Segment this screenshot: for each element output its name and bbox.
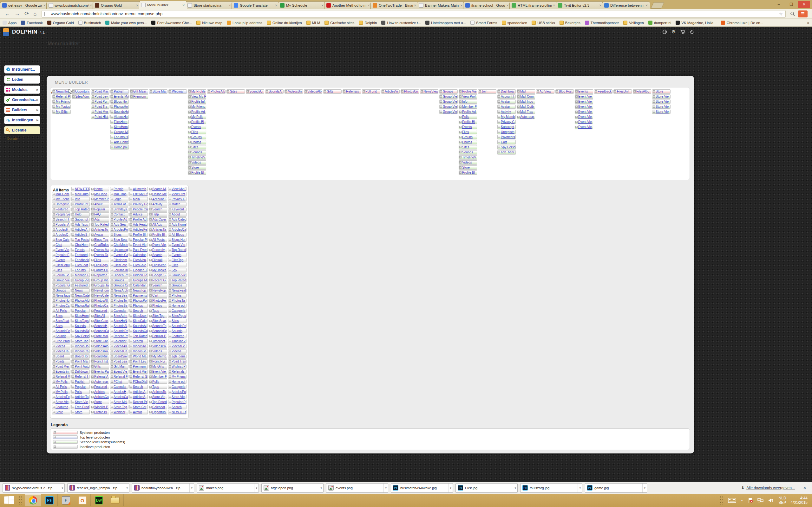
drag-handle[interactable] [189,141,191,143]
menu-item[interactable]: Home pol [110,145,129,149]
menu-item[interactable]: Group Vie [439,105,458,109]
drag-handle[interactable] [459,116,461,118]
all-items-item[interactable]: Profile Bl [149,233,167,237]
drag-handle[interactable] [169,309,171,312]
all-items-item[interactable]: Auto resp [91,380,109,384]
drag-handle[interactable] [72,309,74,312]
all-items-item[interactable]: BoardSav [110,354,129,358]
all-items-item[interactable]: Featured [52,405,70,409]
drag-handle[interactable] [130,294,132,297]
drag-handle[interactable] [72,294,74,297]
menu-item[interactable]: Photos [459,140,477,144]
drag-handle[interactable] [53,371,55,373]
menu-item[interactable]: Account I [497,95,516,99]
menu-column-header[interactable]: SoundsUr [246,89,264,94]
drag-handle[interactable] [149,198,152,200]
drag-handle[interactable] [72,193,74,195]
bookmark-dolphin[interactable]: Dolphin [359,20,377,25]
all-items-item[interactable]: Events [52,258,70,262]
all-items-item[interactable]: Terms of [110,202,129,206]
drag-handle[interactable] [169,254,171,256]
menu-item[interactable]: Files [188,130,206,134]
drag-handle[interactable] [53,90,55,93]
all-items-item[interactable]: PhotosTa [168,298,187,302]
all-items-item[interactable]: FilesSear [149,263,167,267]
drag-handle[interactable] [91,325,94,327]
drag-handle[interactable] [189,101,191,103]
drag-handle[interactable] [575,116,577,118]
all-items-item[interactable]: Polls [149,380,167,384]
drag-handle[interactable] [324,90,326,93]
drag-handle[interactable] [53,284,55,286]
all-items-item[interactable]: Info [71,197,90,201]
all-items-item[interactable]: ArticlesCa [110,395,129,399]
all-items-item[interactable]: Sites [52,324,70,328]
all-items-item[interactable]: Sounds [71,324,90,328]
drag-handle[interactable] [189,126,191,128]
drag-handle[interactable] [91,360,94,362]
all-items-item[interactable]: Blogs [110,233,129,237]
minimize-button[interactable]: – [773,1,785,8]
menu-item[interactable]: Events [459,125,477,129]
drag-handle[interactable] [111,355,113,357]
drag-handle[interactable] [91,396,94,398]
all-items-item[interactable]: PhotosSe [110,303,129,308]
all-items-item[interactable]: Events Ma [91,248,109,252]
drag-handle[interactable] [498,116,500,118]
all-items-item[interactable]: Tags [149,385,167,389]
menu-column-header[interactable]: Feedback [594,89,612,94]
drag-handle[interactable] [111,188,113,190]
drag-handle[interactable] [169,299,171,302]
drag-handle[interactable] [149,254,152,256]
menu-item[interactable]: Profile Bl [459,170,477,175]
menu-item[interactable]: Mail Inbo [517,100,535,104]
all-items-item[interactable]: VideosTo [130,344,148,348]
drag-handle[interactable] [498,136,500,138]
drag-handle[interactable] [72,269,74,271]
download-item[interactable]: Psthuiszorg.jpg▾ [520,483,582,493]
all-items-item[interactable]: FilesPopu [52,263,70,267]
drag-handle[interactable] [111,304,113,307]
menu-column-header[interactable]: Store Mai [149,89,167,94]
drag-handle[interactable] [53,259,55,261]
tab-close-icon[interactable]: ✕ [599,4,602,7]
bookmarks-overflow-chevron[interactable]: » [807,20,809,25]
drag-handle[interactable] [53,208,55,210]
all-items-item[interactable]: Mail Outb [71,192,90,196]
bookmark-facebook[interactable]: Facebook [21,20,43,25]
all-items-item[interactable]: Timelinet [149,339,167,343]
drag-handle[interactable] [149,330,152,332]
all-items-item[interactable]: Past Even [130,248,148,252]
all-items-item[interactable]: Manage F [71,273,90,277]
globe-icon[interactable] [662,30,667,34]
all-items-item[interactable]: Groups Ta [91,283,109,287]
all-items-item[interactable]: FilesTop [168,258,187,262]
menu-item[interactable]: Ads Home [110,140,129,144]
drag-handle[interactable] [653,111,655,113]
all-items-item[interactable]: Store Cat [130,405,148,409]
drag-handle[interactable] [53,233,55,236]
all-items-item[interactable]: Popular A [52,222,70,227]
drag-handle[interactable] [91,274,94,276]
drag-handle[interactable] [111,141,113,143]
drag-handle[interactable] [53,111,55,113]
all-items-item[interactable]: Featured [91,308,109,313]
tab-close-icon[interactable]: ✕ [44,4,46,7]
bookmark-grafische-sites[interactable]: Grafische sites [324,20,354,25]
drag-handle[interactable] [189,131,191,133]
drag-handle[interactable] [91,244,94,246]
drag-handle[interactable] [169,376,171,378]
all-items-item[interactable]: SoundsTo [149,324,167,328]
menu-column-header[interactable]: SoundsAl [265,89,284,94]
drag-handle[interactable] [92,116,94,118]
bookmark-make-your-own-pers[interactable]: Make your own pers... [105,20,147,25]
drag-handle[interactable] [53,193,55,195]
all-items-item[interactable]: PhotosPo [130,298,148,302]
tab-13[interactable]: Difference between re✕ [602,1,650,9]
all-items-item[interactable]: Files [168,263,187,267]
sidebar-item-modules[interactable]: Modules▶ [4,86,40,94]
reload-button[interactable]: ⟳ [24,11,29,16]
drag-handle[interactable] [149,320,152,322]
drag-handle[interactable] [53,360,55,362]
drag-handle[interactable] [91,233,94,236]
